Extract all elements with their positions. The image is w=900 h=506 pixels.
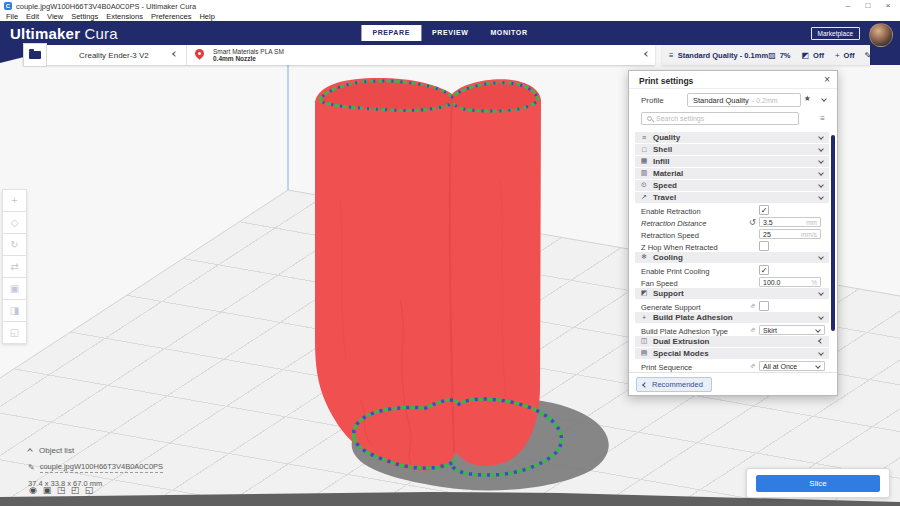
input-fan-speed[interactable]: 100.0%	[759, 277, 821, 287]
travel-icon: ↗	[635, 193, 653, 201]
menu-help[interactable]: Help	[195, 12, 218, 21]
category-speed[interactable]: ⊙Speed	[635, 180, 829, 191]
category-special-modes[interactable]: ▤Special Modes	[635, 348, 829, 359]
menu-file[interactable]: File	[2, 12, 22, 21]
divider	[186, 45, 187, 65]
rotate-tool-icon: ↻	[10, 239, 18, 250]
setting-build-plate-adhesion-type: Build Plate Adhesion Type∞Skirt	[629, 324, 837, 336]
printer-collapse-icon[interactable]	[172, 51, 178, 57]
tab-preview[interactable]: PREVIEW	[421, 25, 479, 41]
reset-icon[interactable]: ↺	[749, 218, 756, 227]
checkbox-enable-retraction[interactable]: ✓	[759, 205, 769, 215]
menubar: FileEditViewSettingsExtensionsPreference…	[0, 12, 900, 21]
menu-preferences[interactable]: Preferences	[147, 12, 195, 21]
maximize-button[interactable]: □	[858, 0, 878, 12]
category-material[interactable]: ▥Material	[635, 168, 829, 179]
marketplace-button[interactable]: Marketplace	[811, 27, 860, 40]
category-cooling[interactable]: ❄Cooling	[635, 252, 829, 263]
profile-suffix: - 0.2mm	[752, 97, 778, 104]
header-corner	[870, 45, 900, 65]
select-print-sequence[interactable]: All at Once	[759, 361, 825, 371]
input-retraction-speed[interactable]: 25mm/s	[759, 229, 821, 239]
tab-prepare[interactable]: PREPARE	[361, 25, 421, 41]
menu-edit[interactable]: Edit	[22, 12, 43, 21]
minimize-button[interactable]: –	[838, 0, 858, 12]
support-value: Off	[813, 51, 824, 60]
cooling-icon: ❄	[635, 253, 653, 261]
folder-icon	[29, 51, 41, 59]
printer-selector[interactable]: Creality Ender-3 V2 Smart Materials PLA …	[23, 45, 655, 65]
logo-bold: Ultimaker	[10, 25, 80, 42]
search-input[interactable]: Search settings	[641, 112, 799, 125]
close-button[interactable]: ×	[878, 0, 898, 12]
menu-view[interactable]: View	[43, 12, 67, 21]
setting-z-hop-when-retracted: Z Hop When Retracted	[629, 240, 837, 252]
view-front-button[interactable]: ▣	[40, 485, 54, 495]
support-blocker-tool-button[interactable]: ◨	[2, 299, 27, 322]
rotate-tool-button[interactable]: ↻	[2, 233, 27, 256]
shell-icon: □	[635, 146, 653, 153]
material-collapse-icon[interactable]	[644, 51, 650, 57]
close-icon[interactable]: ×	[824, 74, 830, 85]
view-right-button[interactable]: ◱	[82, 485, 96, 495]
slice-button[interactable]: Slice	[756, 475, 880, 492]
scale-tool-icon: ◇	[11, 217, 19, 228]
checkbox-enable-print-cooling[interactable]: ✓	[759, 265, 769, 275]
category-travel[interactable]: ↗Travel	[635, 192, 829, 203]
left-toolbar: +◇↻⇄▣◨◱	[2, 190, 27, 344]
account-avatar[interactable]	[869, 23, 893, 47]
chevron-down-icon	[815, 363, 821, 369]
view-left-button[interactable]: ◰	[68, 485, 82, 495]
setting-label: Print Sequence	[641, 363, 692, 372]
scale-tool-button[interactable]: ◇	[2, 211, 27, 234]
category-shell[interactable]: □Shell	[635, 144, 829, 155]
panel-header: Print settings ×	[629, 71, 837, 89]
chevron-down-icon	[818, 134, 824, 140]
setting-label: Enable Print Cooling	[641, 267, 709, 276]
custom-supports-tool-button[interactable]: ◱	[2, 321, 27, 344]
settings-scrollbar[interactable]	[831, 135, 835, 331]
view-top-button[interactable]: ◳	[54, 485, 68, 495]
chevron-down-icon[interactable]	[821, 96, 827, 102]
profile-dropdown[interactable]: Standard Quality - 0.2mm	[687, 93, 801, 107]
input-unit: %	[811, 279, 820, 286]
panel-footer: Recommended	[629, 372, 837, 395]
profile-summary: Standard Quality - 0.1mm	[678, 51, 768, 60]
checkbox-z-hop-when-retracted[interactable]	[759, 241, 769, 251]
recommended-button[interactable]: Recommended	[636, 377, 712, 392]
input-unit: mm	[806, 219, 820, 226]
print-settings-summary[interactable]: ≡ Standard Quality - 0.1mm ▨ 7% ◩ Off + …	[662, 45, 870, 65]
view-3d-button[interactable]: ◉	[26, 485, 40, 495]
menu-extensions[interactable]: Extensions	[102, 12, 147, 21]
tab-monitor[interactable]: MONITOR	[479, 25, 538, 41]
material-selector[interactable]: Smart Materials PLA SM 0.4mm Nozzle	[213, 48, 284, 63]
object-list-label: Object list	[39, 446, 74, 455]
chevron-down-icon	[818, 158, 824, 164]
setting-visibility-icon[interactable]: ≡	[820, 114, 825, 123]
category-dual-extrusion[interactable]: ◫Dual Extrusion	[635, 336, 829, 347]
select-build-plate-adhesion-type[interactable]: Skirt	[759, 325, 825, 335]
open-file-button[interactable]	[23, 43, 47, 67]
mirror-tool-icon: ⇄	[10, 261, 18, 272]
category-label: Quality	[653, 133, 680, 142]
setting-label: Generate Support	[641, 303, 701, 312]
category-infill[interactable]: ▦Infill	[635, 156, 829, 167]
category-build-plate-adhesion[interactable]: +Build Plate Adhesion	[635, 312, 829, 323]
mirror-tool-button[interactable]: ⇄	[2, 255, 27, 278]
link-icon: ∞	[748, 301, 756, 309]
menu-settings[interactable]: Settings	[67, 12, 102, 21]
object-list-item[interactable]: ✎ couple.jpgW100H66T3V4B0A0C0PS	[28, 462, 163, 473]
adhesion-icon: +	[835, 51, 840, 60]
per-model-settings-tool-button[interactable]: ▣	[2, 277, 27, 300]
category-label: Build Plate Adhesion	[653, 313, 733, 322]
checkbox-generate-support[interactable]	[759, 301, 769, 311]
object-list-toggle[interactable]: Object list	[28, 446, 163, 455]
star-icon[interactable]: ★	[804, 94, 811, 103]
category-support[interactable]: ◩Support	[635, 288, 829, 299]
input-value: 100.0	[760, 279, 811, 286]
move-tool-button[interactable]: +	[2, 189, 27, 212]
edit-settings-icon[interactable]: ✎	[864, 51, 871, 60]
input-retraction-distance[interactable]: 3.5mm	[759, 217, 821, 227]
category-quality[interactable]: ≡Quality	[635, 132, 829, 143]
setting-retraction-distance: Retraction Distance↺3.5mm	[629, 216, 837, 228]
